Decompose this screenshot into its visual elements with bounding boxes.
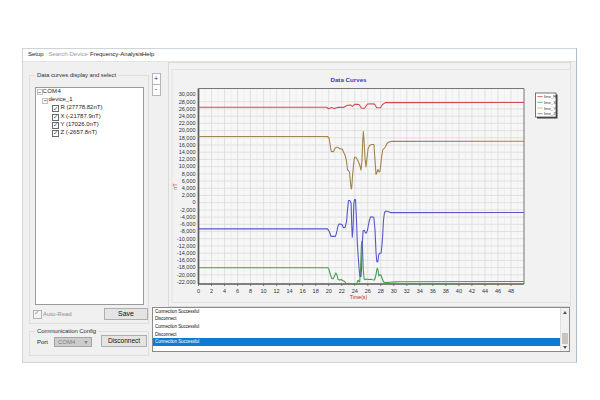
svg-text:0: 0 [196,288,199,294]
svg-text:22: 22 [338,288,344,294]
svg-text:Time(s): Time(s) [349,294,367,300]
svg-text:40: 40 [455,288,461,294]
svg-text:-12,000: -12,000 [176,243,195,249]
svg-text:6,000: 6,000 [181,178,195,184]
svg-text:line_Y: line_Y [544,106,556,111]
svg-text:18,000: 18,000 [178,135,195,141]
svg-text:2: 2 [209,288,212,294]
svg-text:-18,000: -18,000 [176,264,195,270]
svg-text:-2,000: -2,000 [179,207,195,213]
svg-text:14,000: 14,000 [178,149,195,155]
svg-text:-22,000: -22,000 [176,279,195,285]
svg-text:10,000: 10,000 [178,163,195,169]
svg-text:30,000: 30,000 [178,91,195,97]
svg-text:4,000: 4,000 [181,185,195,191]
svg-text:32: 32 [403,288,409,294]
svg-text:-14,000: -14,000 [176,250,195,256]
svg-text:20: 20 [325,288,331,294]
svg-text:42: 42 [468,288,474,294]
svg-text:line_X: line_X [544,100,556,105]
svg-text:46: 46 [494,288,500,294]
svg-text:26,000: 26,000 [178,106,195,112]
svg-text:line_Z: line_Z [544,111,556,116]
svg-text:38: 38 [442,288,448,294]
svg-text:48: 48 [507,288,513,294]
svg-text:36: 36 [429,288,435,294]
svg-text:24,000: 24,000 [178,113,195,119]
svg-text:nT: nT [171,183,177,190]
svg-text:-10,000: -10,000 [176,236,195,242]
svg-text:30: 30 [390,288,396,294]
svg-text:16: 16 [299,288,305,294]
svg-text:44: 44 [481,288,487,294]
svg-text:12: 12 [273,288,279,294]
svg-text:28,000: 28,000 [178,99,195,105]
svg-text:34: 34 [416,288,422,294]
svg-text:12,000: 12,000 [178,156,195,162]
svg-text:2,000: 2,000 [181,192,195,198]
svg-text:Data Curves: Data Curves [330,76,367,83]
svg-text:22,000: 22,000 [178,120,195,126]
svg-text:18: 18 [312,288,318,294]
svg-text:16,000: 16,000 [178,142,195,148]
svg-text:14: 14 [286,288,292,294]
svg-text:10: 10 [260,288,266,294]
svg-text:6: 6 [236,288,239,294]
svg-text:0: 0 [192,199,195,205]
svg-text:8,000: 8,000 [181,171,195,177]
svg-text:28: 28 [377,288,383,294]
svg-text:line_R: line_R [544,94,556,99]
svg-text:-6,000: -6,000 [179,221,195,227]
svg-text:8: 8 [249,288,252,294]
svg-text:20,000: 20,000 [178,127,195,133]
svg-text:-4,000: -4,000 [179,214,195,220]
svg-text:-16,000: -16,000 [176,257,195,263]
svg-text:-20,000: -20,000 [176,272,195,278]
svg-text:4: 4 [223,288,226,294]
svg-text:-8,000: -8,000 [179,228,195,234]
